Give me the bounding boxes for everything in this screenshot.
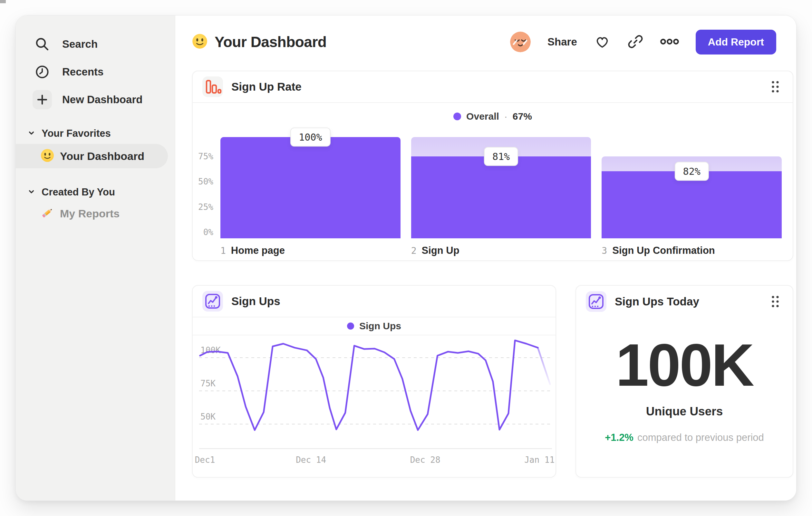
funnel-step-label: 3Sign Up Confirmation bbox=[602, 245, 782, 256]
main-content: Your Dashboard Share bbox=[175, 16, 796, 500]
more-icon bbox=[660, 38, 679, 46]
sidebar-item-label: Recents bbox=[62, 66, 104, 78]
card-title: Sign Up Rate bbox=[231, 80, 301, 93]
funnel-step: 82%3Sign Up Confirmation bbox=[602, 137, 782, 256]
app-window: Search Recents New Dashboard Your Favori… bbox=[16, 15, 796, 501]
sidebar-item-search[interactable]: Search bbox=[16, 34, 175, 54]
funnel-bar[interactable]: 81% bbox=[411, 137, 591, 238]
header-actions: Share Add Report bbox=[510, 30, 776, 55]
funnel-y-tick: 0% bbox=[203, 228, 213, 236]
metric-label: Unique Users bbox=[646, 405, 723, 418]
smiley-emoji-icon bbox=[40, 149, 54, 164]
line-chart-icon bbox=[586, 291, 606, 312]
avatar[interactable] bbox=[510, 32, 531, 52]
metric-value: 100K bbox=[616, 335, 753, 395]
sidebar-item-new-dashboard[interactable]: New Dashboard bbox=[16, 90, 175, 110]
drag-handle-icon[interactable] bbox=[771, 80, 780, 93]
sidebar-item-label: My Reports bbox=[60, 207, 120, 220]
funnel-y-axis: 0%25%50%75% bbox=[193, 137, 216, 238]
sidebar-item-my-reports[interactable]: My Reports bbox=[16, 204, 175, 223]
funnel-y-tick: 75% bbox=[198, 152, 213, 161]
legend-label: Sign Ups bbox=[359, 321, 401, 331]
metric-delta: +1.2% bbox=[605, 432, 634, 443]
card-header: Sign Up Rate bbox=[193, 71, 793, 103]
legend-separator: · bbox=[504, 111, 508, 122]
screenshot-corner-artifact bbox=[0, 0, 6, 3]
funnel-plot: 0%25%50%75% 100%1Home page81%2Sign Up82%… bbox=[193, 137, 782, 256]
funnel-y-tick: 25% bbox=[198, 203, 213, 211]
sidebar-item-label: Search bbox=[62, 38, 98, 50]
funnel-steps: 100%1Home page81%2Sign Up82%3Sign Up Con… bbox=[221, 137, 782, 256]
sign-up-rate-card: Sign Up Rate Overall · 67% 0%25%50%75% 1… bbox=[192, 71, 793, 261]
funnel-step-label: 2Sign Up bbox=[411, 245, 591, 256]
search-icon bbox=[33, 34, 52, 54]
funnel-bar-fill bbox=[411, 156, 591, 238]
svg-text:Jan 11: Jan 11 bbox=[524, 455, 555, 465]
screen: { "colors": { "funnel_bar": "#8155F6", "… bbox=[0, 0, 812, 516]
card-title: Sign Ups bbox=[231, 295, 280, 308]
svg-text:Dec1: Dec1 bbox=[195, 455, 215, 465]
line-legend[interactable]: Sign Ups bbox=[193, 317, 555, 335]
funnel-step-name: Sign Up Confirmation bbox=[612, 245, 715, 256]
metric-body: 100K Unique Users +1.2%compared to previ… bbox=[576, 335, 793, 443]
page-header: Your Dashboard Share bbox=[192, 28, 776, 55]
more-options-button[interactable] bbox=[660, 38, 679, 46]
sign-ups-today-card: Sign Ups Today 100K Unique Users +1.2%co… bbox=[576, 285, 793, 478]
funnel-tooltip: 100% bbox=[290, 128, 330, 147]
sidebar-section-your-favorites[interactable]: Your Favorites bbox=[28, 128, 175, 139]
card-header: Sign Ups bbox=[193, 286, 555, 317]
funnel-step: 81%2Sign Up bbox=[411, 137, 591, 256]
funnel-step-number: 2 bbox=[411, 245, 417, 256]
sidebar-section-created-by-you[interactable]: Created By You bbox=[28, 186, 175, 198]
page-title-group: Your Dashboard bbox=[192, 33, 326, 51]
funnel-step-name: Sign Up bbox=[422, 245, 460, 256]
line-chart[interactable]: 100K75K50KDec1Dec 14Dec 28Jan 11 bbox=[199, 334, 552, 469]
plus-icon bbox=[33, 90, 52, 109]
pencil-emoji-icon bbox=[40, 206, 54, 221]
legend-dot bbox=[453, 113, 461, 120]
svg-text:Dec 28: Dec 28 bbox=[410, 455, 440, 465]
funnel-bar[interactable]: 82% bbox=[602, 137, 782, 238]
clock-icon bbox=[33, 62, 52, 82]
chevron-down-icon bbox=[28, 129, 35, 138]
link-icon bbox=[627, 33, 643, 51]
svg-text:75K: 75K bbox=[200, 379, 215, 388]
funnel-step-name: Home page bbox=[231, 245, 285, 256]
line-chart-icon bbox=[202, 291, 223, 311]
section-title: Your Favorites bbox=[41, 128, 111, 139]
legend-dot bbox=[347, 323, 354, 330]
legend-value: 67% bbox=[513, 111, 532, 122]
share-button[interactable]: Share bbox=[547, 36, 577, 48]
bar-chart-icon bbox=[202, 76, 223, 97]
svg-text:50K: 50K bbox=[200, 412, 215, 422]
page-title: Your Dashboard bbox=[214, 33, 326, 51]
sidebar-item-label: New Dashboard bbox=[62, 93, 142, 106]
funnel-step: 100%1Home page bbox=[221, 137, 401, 256]
heart-icon bbox=[594, 33, 611, 51]
funnel-bar-fill bbox=[602, 171, 782, 238]
section-title: Created By You bbox=[41, 186, 115, 198]
add-report-button[interactable]: Add Report bbox=[696, 30, 776, 55]
copy-link-button[interactable] bbox=[627, 33, 643, 51]
sidebar: Search Recents New Dashboard Your Favori… bbox=[16, 16, 175, 500]
favorite-heart-button[interactable] bbox=[594, 33, 611, 51]
funnel-bar-fill bbox=[221, 137, 401, 238]
chevron-down-icon bbox=[28, 188, 35, 197]
funnel-step-number: 3 bbox=[602, 245, 607, 256]
funnel-y-tick: 50% bbox=[198, 178, 213, 186]
sidebar-item-your-dashboard[interactable]: Your Dashboard bbox=[16, 144, 168, 168]
card-title: Sign Ups Today bbox=[615, 295, 699, 308]
sidebar-item-label: Your Dashboard bbox=[60, 150, 144, 163]
funnel-tooltip: 81% bbox=[484, 147, 518, 166]
legend-label: Overall bbox=[466, 111, 499, 122]
smiley-emoji-icon bbox=[192, 33, 207, 50]
funnel-step-label: 1Home page bbox=[221, 245, 401, 256]
drag-handle-icon[interactable] bbox=[771, 295, 780, 308]
funnel-bar[interactable]: 100% bbox=[221, 137, 401, 238]
metric-delta-row: +1.2%compared to previous period bbox=[605, 432, 764, 443]
card-header: Sign Ups Today bbox=[576, 286, 793, 317]
funnel-legend[interactable]: Overall · 67% bbox=[193, 103, 793, 130]
metric-delta-note: compared to previous period bbox=[637, 432, 764, 443]
funnel-tooltip: 82% bbox=[675, 162, 709, 181]
sidebar-item-recents[interactable]: Recents bbox=[16, 62, 175, 82]
